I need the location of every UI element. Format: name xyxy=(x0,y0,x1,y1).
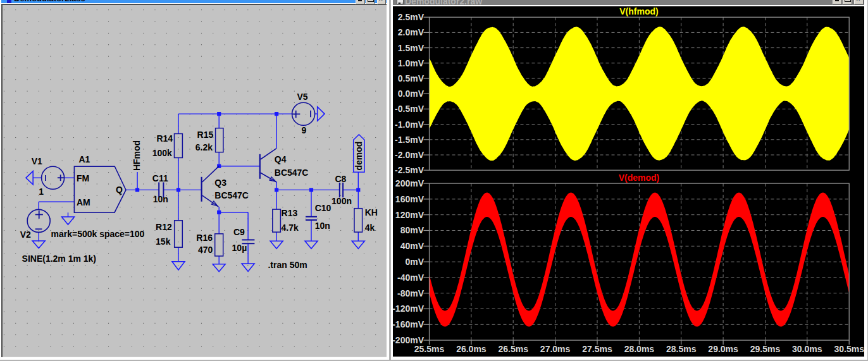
svg-text:10n: 10n xyxy=(315,221,330,231)
svg-text:10n: 10n xyxy=(153,194,168,204)
svg-text:2.0mV: 2.0mV xyxy=(398,28,425,38)
svg-text:BC547C: BC547C xyxy=(214,190,249,200)
svg-text:-80mV: -80mV xyxy=(397,288,425,298)
svg-text:30.0ms: 30.0ms xyxy=(792,344,822,354)
svg-text:1.0mV: 1.0mV xyxy=(398,58,425,68)
svg-text:120mV: 120mV xyxy=(395,210,425,220)
svg-text:-120mV: -120mV xyxy=(393,304,425,314)
svg-text:C10: C10 xyxy=(315,203,332,213)
svg-text:6.2k: 6.2k xyxy=(195,142,213,152)
svg-text:0.0mV: 0.0mV xyxy=(398,89,425,99)
svg-text:470: 470 xyxy=(198,245,213,255)
svg-text:-1.5mV: -1.5mV xyxy=(395,135,425,145)
svg-text:Q: Q xyxy=(116,185,123,195)
svg-text:FM: FM xyxy=(77,173,89,183)
svg-text:0.5mV: 0.5mV xyxy=(398,73,425,83)
svg-text:100k: 100k xyxy=(152,148,172,158)
svg-text:.tran 50m: .tran 50m xyxy=(268,260,307,270)
svg-text:100n: 100n xyxy=(332,196,352,206)
svg-text:27.0ms: 27.0ms xyxy=(540,344,571,354)
svg-text:C9: C9 xyxy=(233,228,245,238)
svg-text:29.5ms: 29.5ms xyxy=(750,344,781,354)
svg-text:15k: 15k xyxy=(156,236,171,247)
svg-text:4k: 4k xyxy=(365,223,375,233)
svg-text:V(hfmod): V(hfmod) xyxy=(619,6,658,16)
svg-text:200mV: 200mV xyxy=(395,178,425,188)
svg-text:-0.5mV: -0.5mV xyxy=(395,104,425,114)
svg-text:demod: demod xyxy=(354,142,364,171)
svg-text:160mV: 160mV xyxy=(395,194,425,204)
svg-text:30.5ms: 30.5ms xyxy=(834,344,864,354)
svg-text:KH: KH xyxy=(365,208,378,218)
svg-text:R16: R16 xyxy=(196,233,213,243)
svg-text:R15: R15 xyxy=(197,130,214,140)
svg-text:-1.0mV: -1.0mV xyxy=(395,119,425,130)
svg-text:40mV: 40mV xyxy=(400,242,425,252)
svg-text:Q4: Q4 xyxy=(275,154,287,164)
svg-text:1.5mV: 1.5mV xyxy=(398,43,425,53)
svg-text:V1: V1 xyxy=(32,156,42,166)
svg-text:-160mV: -160mV xyxy=(393,320,425,330)
svg-text:28.0ms: 28.0ms xyxy=(624,344,655,354)
svg-text:C11: C11 xyxy=(152,173,168,183)
svg-text:4.7k: 4.7k xyxy=(282,223,299,233)
svg-text:V5: V5 xyxy=(297,92,308,102)
svg-text:80mV: 80mV xyxy=(400,226,425,236)
svg-text:HFmod: HFmod xyxy=(132,140,142,171)
svg-text:-2.5mV: -2.5mV xyxy=(395,165,425,175)
svg-text:28.5ms: 28.5ms xyxy=(666,344,697,354)
svg-text:-40mV: -40mV xyxy=(397,272,425,283)
svg-text:R14: R14 xyxy=(157,133,173,144)
svg-text:9: 9 xyxy=(302,125,307,135)
svg-text:AM: AM xyxy=(77,197,90,207)
svg-text:V(demod): V(demod) xyxy=(619,173,660,183)
svg-text:R12: R12 xyxy=(156,222,172,232)
svg-text:C8: C8 xyxy=(335,174,347,184)
svg-text:1: 1 xyxy=(39,187,44,197)
svg-text:Q3: Q3 xyxy=(214,178,226,188)
svg-text:27.5ms: 27.5ms xyxy=(582,344,612,354)
svg-text:0mV: 0mV xyxy=(405,257,424,267)
svg-text:25.5ms: 25.5ms xyxy=(414,344,445,354)
svg-text:A1: A1 xyxy=(79,155,90,165)
svg-text:R13: R13 xyxy=(282,209,298,219)
svg-text:29.0ms: 29.0ms xyxy=(708,344,738,354)
svg-text:-2.0mV: -2.0mV xyxy=(395,150,425,160)
svg-text:10µ: 10µ xyxy=(232,243,247,253)
svg-text:V2: V2 xyxy=(20,229,31,240)
svg-text:BC547C: BC547C xyxy=(275,168,309,178)
svg-text:2.5mV: 2.5mV xyxy=(398,12,425,22)
svg-text:26.0ms: 26.0ms xyxy=(456,344,487,354)
svg-text:SINE(1.2m 1m 1k): SINE(1.2m 1m 1k) xyxy=(22,254,96,264)
svg-text:26.5ms: 26.5ms xyxy=(498,344,528,354)
svg-text:mark=500k space=100: mark=500k space=100 xyxy=(51,229,145,239)
